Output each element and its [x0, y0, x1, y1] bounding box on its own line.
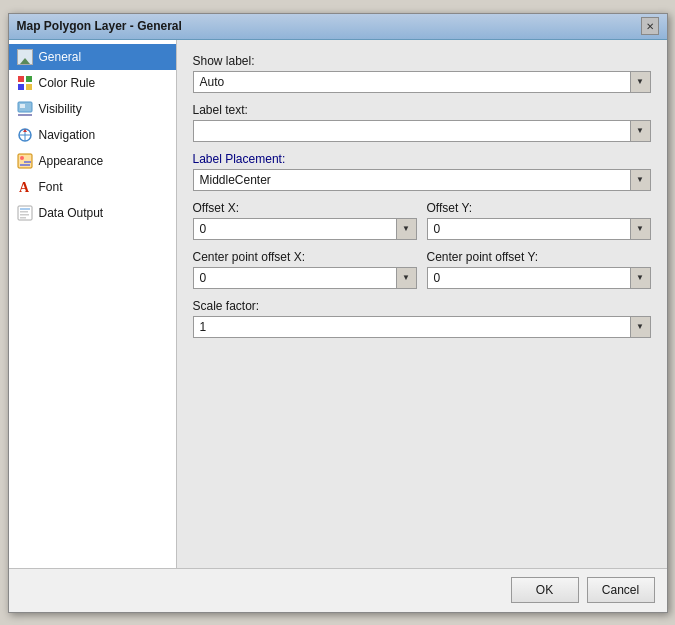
- show-label-arrow[interactable]: [630, 72, 650, 92]
- svg-rect-2: [18, 84, 24, 90]
- svg-rect-1: [26, 76, 32, 82]
- offset-y-value: 0: [428, 220, 630, 238]
- scale-factor-value: 1: [194, 318, 630, 336]
- svg-rect-13: [24, 161, 31, 163]
- label-placement-arrow[interactable]: [630, 170, 650, 190]
- sidebar-item-font[interactable]: A Font: [9, 174, 176, 200]
- show-label-group: Show label: Auto: [193, 54, 651, 93]
- label-text-arrow[interactable]: [630, 121, 650, 141]
- sidebar-item-general[interactable]: General: [9, 44, 176, 70]
- svg-rect-3: [26, 84, 32, 90]
- offset-x-arrow[interactable]: [396, 219, 416, 239]
- svg-point-12: [20, 156, 24, 160]
- sidebar-label-general: General: [39, 50, 82, 64]
- label-text-value: [194, 129, 630, 133]
- label-placement-group: Label Placement: MiddleCenter: [193, 152, 651, 191]
- show-label-label: Show label:: [193, 54, 651, 68]
- colorrule-icon: [17, 75, 33, 91]
- offset-x-label: Offset X:: [193, 201, 417, 215]
- offset-x-group: Offset X: 0: [193, 201, 417, 240]
- offset-y-label: Offset Y:: [427, 201, 651, 215]
- svg-rect-14: [20, 164, 30, 166]
- main-content: Show label: Auto Label text: Label Place…: [177, 40, 667, 568]
- svg-text:A: A: [19, 180, 30, 195]
- label-placement-dropdown[interactable]: MiddleCenter: [193, 169, 651, 191]
- offset-x-dropdown[interactable]: 0: [193, 218, 417, 240]
- offset-y-dropdown[interactable]: 0: [427, 218, 651, 240]
- close-button[interactable]: ✕: [641, 17, 659, 35]
- sidebar-label-dataoutput: Data Output: [39, 206, 104, 220]
- scale-factor-label: Scale factor:: [193, 299, 651, 313]
- sidebar-item-appearance[interactable]: Appearance: [9, 148, 176, 174]
- sidebar-item-navigation[interactable]: Navigation: [9, 122, 176, 148]
- center-offset-x-value: 0: [194, 269, 396, 287]
- scale-factor-group: Scale factor: 1: [193, 299, 651, 338]
- center-offset-row: Center point offset X: 0 Center point of…: [193, 250, 651, 289]
- center-offset-y-label: Center point offset Y:: [427, 250, 651, 264]
- sidebar-label-visibility: Visibility: [39, 102, 82, 116]
- center-offset-x-label: Center point offset X:: [193, 250, 417, 264]
- sidebar-item-dataoutput[interactable]: Data Output: [9, 200, 176, 226]
- sidebar-item-colorrule[interactable]: Color Rule: [9, 70, 176, 96]
- offset-y-arrow[interactable]: [630, 219, 650, 239]
- offset-y-group: Offset Y: 0: [427, 201, 651, 240]
- center-offset-y-dropdown[interactable]: 0: [427, 267, 651, 289]
- visibility-icon: [17, 101, 33, 117]
- sidebar-label-navigation: Navigation: [39, 128, 96, 142]
- scale-factor-arrow[interactable]: [630, 317, 650, 337]
- footer: OK Cancel: [9, 568, 667, 612]
- ok-button[interactable]: OK: [511, 577, 579, 603]
- label-placement-label: Label Placement:: [193, 152, 651, 166]
- center-offset-y-value: 0: [428, 269, 630, 287]
- cancel-button[interactable]: Cancel: [587, 577, 655, 603]
- offset-x-value: 0: [194, 220, 396, 238]
- label-text-label: Label text:: [193, 103, 651, 117]
- window-title: Map Polygon Layer - General: [17, 19, 182, 33]
- svg-rect-20: [20, 217, 26, 219]
- window-body: General Color Rule: [9, 40, 667, 568]
- center-offset-x-group: Center point offset X: 0: [193, 250, 417, 289]
- show-label-value: Auto: [194, 73, 630, 91]
- svg-rect-17: [20, 208, 30, 210]
- scale-factor-dropdown[interactable]: 1: [193, 316, 651, 338]
- center-offset-x-dropdown[interactable]: 0: [193, 267, 417, 289]
- sidebar-label-colorrule: Color Rule: [39, 76, 96, 90]
- sidebar: General Color Rule: [9, 40, 177, 568]
- center-offset-y-arrow[interactable]: [630, 268, 650, 288]
- label-placement-value: MiddleCenter: [194, 171, 630, 189]
- svg-rect-19: [20, 214, 29, 216]
- center-offset-y-group: Center point offset Y: 0: [427, 250, 651, 289]
- sidebar-label-appearance: Appearance: [39, 154, 104, 168]
- dataoutput-icon: [17, 205, 33, 221]
- general-icon: [17, 49, 33, 65]
- show-label-dropdown[interactable]: Auto: [193, 71, 651, 93]
- label-text-dropdown[interactable]: [193, 120, 651, 142]
- center-offset-x-arrow[interactable]: [396, 268, 416, 288]
- offset-row: Offset X: 0 Offset Y: 0: [193, 201, 651, 240]
- navigation-icon: [17, 127, 33, 143]
- sidebar-item-visibility[interactable]: Visibility: [9, 96, 176, 122]
- appearance-icon: [17, 153, 33, 169]
- font-icon: A: [17, 179, 33, 195]
- svg-rect-0: [18, 76, 24, 82]
- svg-rect-5: [18, 114, 32, 116]
- svg-rect-6: [20, 104, 25, 108]
- label-text-group: Label text:: [193, 103, 651, 142]
- main-window: Map Polygon Layer - General ✕ General: [8, 13, 668, 613]
- title-bar: Map Polygon Layer - General ✕: [9, 14, 667, 40]
- sidebar-label-font: Font: [39, 180, 63, 194]
- svg-rect-18: [20, 211, 28, 213]
